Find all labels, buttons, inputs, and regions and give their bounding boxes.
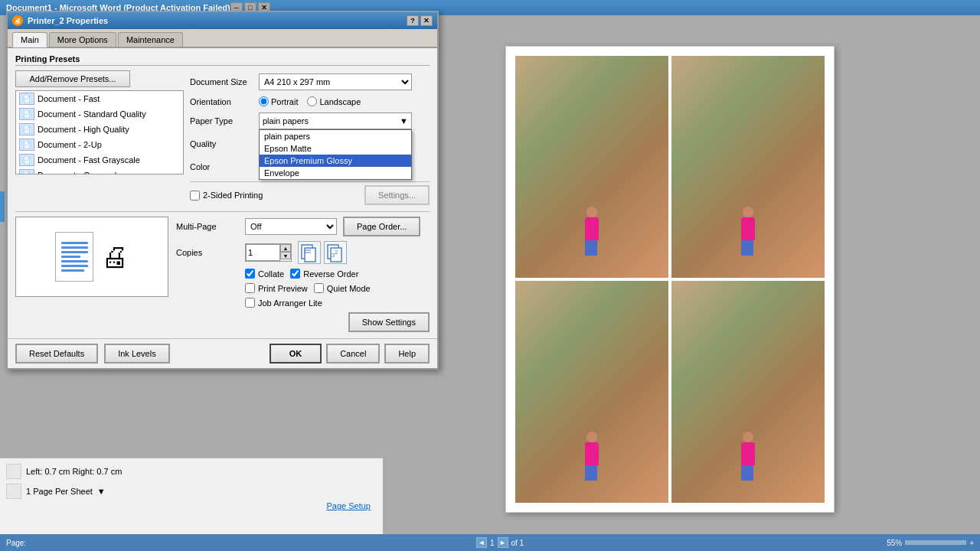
two-sided-option[interactable]: 2-Sided Printing [190,191,263,201]
cancel-btn[interactable]: Cancel [326,344,380,364]
paper-type-arrow: ▼ [400,116,408,126]
dialog-help-btn[interactable]: ? [407,15,419,26]
paper-option-matte[interactable]: Epson Matte [260,142,411,155]
page-setup-text[interactable]: Page Setup [327,501,371,510]
page-setup-link[interactable]: Page Setup [6,501,377,510]
printer-icon: 🖨 [12,15,23,26]
zoom-level: 55% [887,539,902,547]
quiet-mode-checkbox[interactable] [314,283,324,293]
person-head-2 [743,207,753,217]
portrait-option[interactable]: Portrait [259,96,298,106]
landscape-radio[interactable] [307,96,317,106]
prev-page-btn[interactable]: ◄ [476,537,487,548]
reset-defaults-btn[interactable]: Reset Defaults [15,344,98,364]
margin-setting-item: Left: 0.7 cm Right: 0.7 cm [6,461,377,481]
paper-option-glossy[interactable]: Epson Premium Glossy [260,155,411,167]
spin-up[interactable]: ▲ [280,244,291,252]
doc-size-select[interactable]: A4 210 x 297 mm [259,73,412,90]
preview-line-1 [61,242,88,244]
tab-more-options[interactable]: More Options [49,32,116,47]
tab-maintenance[interactable]: Maintenance [118,32,183,47]
dialog-title-buttons: ? ✕ [407,15,433,26]
per-sheet-dropdown-arrow[interactable]: ▼ [97,487,106,496]
print-preview-checkbox[interactable] [245,283,255,293]
collate-icon-2: 3 2 [324,241,347,264]
ink-levels-btn[interactable]: Ink Levels [104,344,170,364]
preset-fast[interactable]: 📄 Document - Fast [16,91,183,106]
presets-list[interactable]: 📄 Document - Fast 📄 Document - Standard … [15,90,184,174]
copies-label: Copies [176,248,245,257]
person-body [585,217,599,240]
spin-buttons: ▲ ▼ [280,244,291,261]
copies-input[interactable] [246,244,280,261]
paper-type-value: plain papers [263,116,309,126]
preview-line-4 [61,256,80,258]
reverse-order-option[interactable]: Reverse Order [290,269,358,279]
collate-option[interactable]: Collate [245,269,284,279]
preset-standard-icon: 📄 [19,108,34,120]
portrait-label: Portrait [271,97,298,106]
person-legs-4 [741,465,755,481]
preset-gray-label: Document - Grayscale [38,171,121,174]
dialog-close-btn[interactable]: ✕ [420,15,433,26]
show-settings-btn[interactable]: Show Settings [348,312,430,332]
multi-page-label: Multi-Page [176,222,245,231]
preset-fast-icon: 📄 [19,93,34,105]
left-accent-bar [0,191,5,222]
margin-setting-text: Left: 0.7 cm Right: 0.7 cm [26,467,122,476]
quiet-mode-option[interactable]: Quiet Mode [314,283,371,293]
margin-icon [6,464,21,479]
person-figure-3 [585,432,599,481]
spin-down[interactable]: ▼ [280,252,291,259]
portrait-radio[interactable] [259,96,269,106]
page-navigation: ◄ 1 ► of 1 [476,537,524,548]
zoom-slider[interactable] [905,540,966,545]
multi-page-select[interactable]: Off [245,218,337,235]
job-arranger-checkbox[interactable] [245,298,255,308]
help-btn[interactable]: Help [384,344,430,364]
next-page-btn[interactable]: ► [498,537,508,548]
preset-fast-gray[interactable]: 📄 Document - Fast Grayscale [16,152,183,168]
tab-main[interactable]: Main [12,32,47,47]
job-arranger-option[interactable]: Job Arranger Lite [245,298,430,308]
svg-text:2: 2 [335,249,338,256]
photo-top-left [515,56,668,278]
page-number: 1 [490,539,495,547]
preset-standard[interactable]: 📄 Document - Standard Quality [16,106,183,122]
dialog-titlebar: 🖨 Printer_2 Properties ? ✕ [8,12,437,29]
reverse-order-checkbox[interactable] [290,269,300,279]
bottom-left-buttons: Reset Defaults Ink Levels [15,344,170,364]
print-options: Collate Reverse Order [245,269,430,279]
word-statusbar: Page: ◄ 1 ► of 1 55% + [0,534,980,551]
person-leg-right-4 [747,465,753,481]
paper-option-envelope[interactable]: Envelope [260,167,411,179]
preset-2up[interactable]: 📄 Document - 2-Up [16,137,183,152]
print-preview-option[interactable]: Print Preview [245,283,308,293]
preset-standard-label: Document - Standard Quality [38,109,146,119]
preset-hq-icon: 📄 [19,123,34,135]
add-remove-presets-btn[interactable]: Add/Remove Presets... [15,70,130,87]
photo-bottom-left [515,281,668,503]
page-order-btn[interactable]: Page Order... [343,217,420,236]
preset-hq-label: Document - High Quality [38,125,129,134]
preset-high-quality[interactable]: 📄 Document - High Quality [16,122,183,137]
document-page [505,46,835,513]
zoom-in-btn[interactable]: + [969,539,974,547]
more-print-options: Print Preview Quiet Mode [245,283,430,293]
printer-preview-icon: 🖨 [101,241,129,273]
preset-gray[interactable]: 📄 Document - Grayscale [16,168,183,174]
person-leg-left-2 [741,240,747,256]
job-arranger-label: Job Arranger Lite [258,298,322,308]
person-leg-right-2 [747,240,753,256]
settings-btn[interactable]: Settings... [364,185,430,205]
landscape-option[interactable]: Landscape [307,96,361,106]
paper-option-plain[interactable]: plain papers [260,130,411,142]
paper-type-select[interactable]: plain papers ▼ [259,112,412,129]
person-leg-left-4 [741,465,747,481]
photo-image-4 [671,281,825,503]
main-divider [15,211,430,212]
collate-checkbox[interactable] [245,269,255,279]
person-body-2 [741,217,755,240]
two-sided-checkbox[interactable] [190,191,200,201]
ok-btn[interactable]: OK [270,344,322,364]
